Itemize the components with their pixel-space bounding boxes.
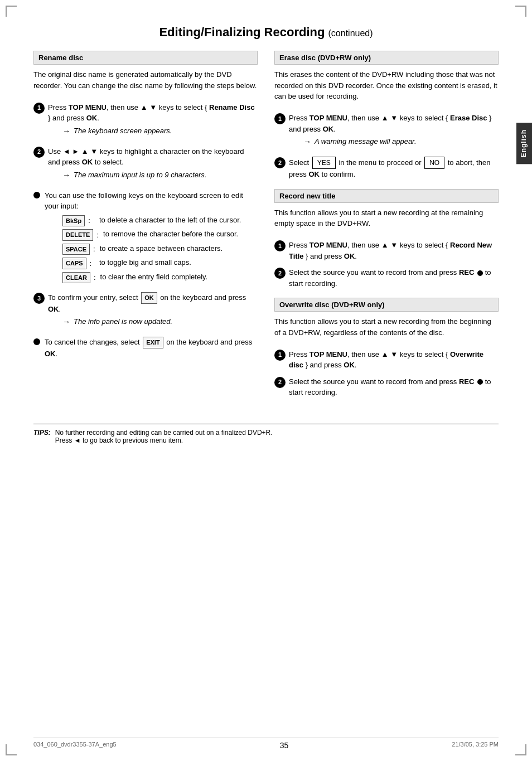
exit-key: EXIT [143,337,163,348]
key-clear-row: CLEAR : to clear the entry field complet… [61,272,258,284]
erase-step-1-content: Press TOP MENU, then use ▲ ▼ keys to sel… [289,113,499,151]
rename-step-1: 1 Press TOP MENU, then use ▲ ▼ keys to s… [33,102,258,140]
record-step-num-1: 1 [274,240,286,251]
erase-step-2-content: Select YES in the menu to proceed or NO … [289,157,499,180]
key-clear-cell: CLEAR : [61,272,96,284]
rename-step-3: 3 To confirm your entry, select OK on th… [33,292,258,331]
key-caps-row: CAPS : to toggle big and small caps. [61,258,258,269]
ok-erase-2: OK [308,170,320,178]
delete-key: DELETE [62,229,93,241]
ok-erase-1: OK [323,125,334,133]
overwrite-step-num-2: 2 [274,377,286,388]
clear-desc: to clear the entry field completely. [100,272,258,282]
keys-table: BkSp : to delete a character to the left… [61,215,258,284]
step-number-3: 3 [33,293,45,304]
record-step-2-content: Select the source you want to record fro… [289,267,499,289]
rename-step-2: 2 Use ◄ ► ▲ ▼ keys to highlight a charac… [33,146,258,185]
erase-step-1-arrow: → A warning message will appear. [303,136,499,148]
page-number: 35 [280,741,289,750]
left-column: Rename disc The original disc name is ge… [33,51,258,407]
ok-label-3: OK [48,305,59,313]
key-delete-row: DELETE : to remove the character before … [61,229,258,241]
rec-label-1: REC [459,268,474,277]
rename-step-2-content: Use ◄ ► ▲ ▼ keys to highlight a characte… [48,146,258,185]
content-columns: Rename disc The original disc name is ge… [33,51,499,407]
overwrite-step-2: 2 Select the source you want to record f… [274,376,499,398]
ok-overwrite-1: OK [344,361,355,369]
rename-step-3-content: To confirm your entry, select OK on the … [48,292,258,331]
rename-disc-intro: The original disc name is generated auto… [33,69,258,91]
right-column: Erase disc (DVD+RW only) This erases the… [274,51,499,407]
footer-date: 21/3/05, 3:25 PM [452,741,499,750]
erase-disc-option: Erase Disc [450,114,487,122]
erase-step-1: 1 Press TOP MENU, then use ▲ ▼ keys to s… [274,113,499,151]
key-space-row: SPACE : to create a space between charac… [61,244,258,255]
rename-step-1-content: Press TOP MENU, then use ▲ ▼ keys to sel… [48,102,258,140]
space-desc: to create a space between characters. [100,244,258,254]
rename-step-3-arrow: → The info panel is now updated. [62,316,258,328]
footer-file: 034_060_dvdr3355-37A_eng5 [33,741,117,750]
top-menu-overwrite-1: TOP MENU [309,350,347,358]
erase-disc-body: This erases the content of the DVD+RW in… [274,69,499,180]
record-step-num-2: 2 [274,268,286,279]
record-new-title-header: Record new title [274,189,499,203]
record-step-1-content: Press TOP MENU, then use ▲ ▼ keys to sel… [289,240,499,261]
corner-mark-tl [6,6,17,17]
corner-mark-tr [515,6,526,17]
top-menu-label-1: TOP MENU [69,103,107,112]
cancel-bullet-item: To cancel the changes, select EXIT on th… [33,337,258,359]
space-key: SPACE [62,244,90,255]
yes-box: YES [312,157,336,169]
corner-mark-bl [6,744,17,755]
bksp-desc: to delete a character to the left of the… [99,215,258,225]
language-tab: English [516,123,532,164]
caps-desc: to toggle big and small caps. [99,258,258,268]
rec-label-2: REC [459,377,474,386]
top-menu-record-1: TOP MENU [309,241,347,249]
record-new-title-body: This function allows you to start a new … [274,207,499,289]
ok-label-1: OK [86,114,98,122]
step-number-2: 2 [33,147,45,158]
overwrite-step-num-1: 1 [274,350,286,361]
key-bksp-cell: BkSp : [61,215,95,227]
rename-disc-header: Rename disc [33,51,258,65]
tips-label: TIPS: [33,429,51,444]
rename-disc-option: Rename Disc [209,103,255,112]
rec-dot-2 [477,379,483,385]
ok-label-4: OK [45,350,56,358]
overwrite-disc-intro: This function allows you to start a new … [274,316,499,338]
ok-box: OK [141,292,157,304]
erase-step-num-2: 2 [274,157,286,168]
overwrite-disc-header: Overwrite disc (DVD+RW only) [274,298,499,312]
keys-bullet-item: You can use the following keys on the ke… [33,190,258,288]
bksp-key: BkSp [62,215,85,227]
bullet-dot-1 [33,192,40,198]
clear-key: CLEAR [62,272,90,284]
key-bksp-row: BkSp : to delete a character to the left… [61,215,258,227]
key-caps-cell: CAPS : [61,258,95,269]
rename-disc-body: The original disc name is generated auto… [33,69,258,359]
overwrite-disc-body: This function allows you to start a new … [274,316,499,398]
key-space-cell: SPACE : [61,244,95,255]
record-step-1: 1 Press TOP MENU, then use ▲ ▼ keys to s… [274,240,499,261]
no-box: NO [424,157,444,169]
corner-mark-br [515,744,526,755]
overwrite-step-2-content: Select the source you want to record fro… [289,376,499,398]
step-number-1: 1 [33,103,45,114]
cancel-bullet-content: To cancel the changes, select EXIT on th… [45,337,258,359]
ok-record-1: OK [344,252,355,260]
caps-key: CAPS [62,258,86,269]
erase-step-2: 2 Select YES in the menu to proceed or N… [274,157,499,180]
keys-bullet-content: You can use the following keys on the ke… [45,190,258,288]
page-title: Editing/Finalizing Recording (continued) [33,22,499,40]
bullet-dot-2 [33,338,40,345]
record-new-title-intro: This function allows you to start a new … [274,207,499,229]
key-delete-cell: DELETE : [61,229,99,241]
rec-dot-1 [477,270,483,276]
tips-box: TIPS: No further recording and editing c… [33,424,499,444]
overwrite-step-1-content: Press TOP MENU, then use ▲ ▼ keys to sel… [289,349,499,371]
record-step-2: 2 Select the source you want to record f… [274,267,499,289]
tips-content: No further recording and editing can be … [55,429,273,444]
delete-desc: to remove the character before the curso… [103,229,258,239]
rename-step-2-arrow: → The maximum input is up to 9 character… [62,169,258,181]
